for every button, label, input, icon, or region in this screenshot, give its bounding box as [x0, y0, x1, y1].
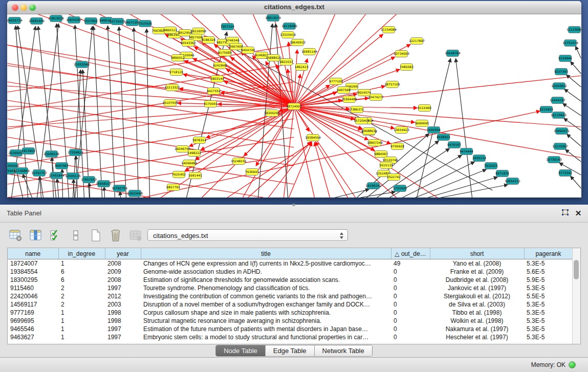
- graph-node[interactable]: 8427552: [207, 88, 221, 95]
- table-cell[interactable]: Genome-wide association studies in ADHD.: [141, 268, 391, 276]
- table-cell[interactable]: 0: [391, 284, 430, 292]
- table-cell[interactable]: 9115460: [8, 284, 58, 292]
- graph-node[interactable]: 9129946: [558, 55, 572, 62]
- graph-node[interactable]: 2718120: [169, 69, 183, 76]
- table-cell[interactable]: Tourette syndrome. Phenomenology and cla…: [141, 284, 391, 292]
- graph-node[interactable]: 12505135: [65, 173, 81, 180]
- graph-node[interactable]: 15751074: [562, 40, 578, 47]
- column-header-short[interactable]: short: [430, 249, 524, 259]
- graph-node[interactable]: 12342757: [31, 170, 47, 177]
- table-cell[interactable]: 1998: [105, 317, 141, 325]
- graph-node[interactable]: 18724007: [286, 103, 302, 110]
- graph-node[interactable]: 13654923: [394, 127, 409, 134]
- graph-node[interactable]: 7625402: [172, 171, 186, 178]
- graph-node[interactable]: 5878314: [192, 137, 206, 144]
- column-header-out_de[interactable]: △ out_de…: [391, 249, 430, 259]
- table-cell[interactable]: 1: [58, 309, 105, 317]
- graph-node[interactable]: 18640910: [290, 39, 306, 46]
- graph-node[interactable]: 7636641: [245, 169, 259, 176]
- graph-node[interactable]: 11451944: [49, 172, 64, 179]
- table-cell[interactable]: Investigating the contribution of common…: [141, 292, 391, 300]
- table-panel-header[interactable]: Table Panel ✕: [0, 205, 588, 223]
- table-cell[interactable]: 5.3E-5: [524, 325, 573, 333]
- table-row[interactable]: 1830029562008Estimation of significance …: [8, 276, 573, 284]
- graph-node[interactable]: 12093822: [551, 83, 567, 90]
- table-cell[interactable]: Stergiakouli et al. (2012): [430, 292, 524, 300]
- table-cell[interactable]: 5.3E-5: [524, 317, 573, 325]
- graph-node[interactable]: 9699695: [415, 120, 429, 127]
- table-cell[interactable]: 5.3E-5: [524, 300, 573, 309]
- table-cell[interactable]: 22420046: [8, 292, 58, 300]
- graph-node[interactable]: 16958107: [96, 181, 112, 187]
- table-cell[interactable]: Hescheler et al. (1997): [430, 333, 524, 341]
- scrollbar-thumb[interactable]: [574, 260, 579, 279]
- table-cell[interactable]: 0: [391, 300, 430, 309]
- table-cell[interactable]: 9463627: [8, 333, 58, 341]
- table-cell[interactable]: Corpus callosum shape and size in male p…: [141, 309, 391, 317]
- table-cell[interactable]: Jankovic et al. (1997): [430, 284, 524, 292]
- table-cell[interactable]: 9465546: [8, 325, 58, 333]
- table-cell[interactable]: Wolkin et al. (1998): [430, 317, 524, 325]
- graph-node[interactable]: 17957253: [81, 177, 97, 183]
- table-cell[interactable]: 14569117: [8, 300, 58, 309]
- table-row[interactable]: 1938455462009Genome-wide association stu…: [8, 268, 573, 276]
- graph-node[interactable]: 21053346: [74, 61, 90, 68]
- graph-node[interactable]: 6773342: [558, 170, 572, 177]
- table-cell[interactable]: Estimation of significance thresholds fo…: [141, 276, 391, 284]
- graph-node[interactable]: 20364486: [341, 96, 357, 103]
- graph-node[interactable]: 15720407: [354, 118, 369, 124]
- table-cell[interactable]: 2003: [105, 300, 141, 309]
- select-rows-button[interactable]: [48, 228, 63, 243]
- graph-node[interactable]: 8215953: [539, 106, 553, 113]
- graph-node[interactable]: 7485083: [400, 64, 413, 71]
- graph-node[interactable]: 2803144: [210, 76, 224, 82]
- table-cell[interactable]: 9699695: [8, 317, 58, 325]
- graph-node[interactable]: 16782759: [112, 185, 127, 192]
- graph-node[interactable]: 11154084: [381, 27, 397, 33]
- graph-node[interactable]: 1862615: [295, 64, 309, 71]
- column-header-in_degree[interactable]: in_degree: [58, 249, 105, 259]
- graph-node[interactable]: 9175685: [218, 50, 232, 56]
- graph-node[interactable]: 16981144: [301, 49, 317, 55]
- table-cell[interactable]: Dudbridge et al. (2008): [430, 276, 524, 284]
- table-row[interactable]: 2242004622012Investigating the contribut…: [8, 292, 573, 300]
- table-cell[interactable]: 0: [391, 309, 430, 317]
- graph-node[interactable]: 21813038: [48, 15, 64, 22]
- table-cell[interactable]: 2: [58, 292, 105, 300]
- graph-node[interactable]: 3624574: [357, 90, 371, 96]
- graph-node[interactable]: 9884067: [374, 151, 388, 158]
- table-cell[interactable]: 1: [58, 333, 105, 341]
- table-cell[interactable]: 18300295: [8, 276, 58, 284]
- graph-node[interactable]: 10655287: [66, 17, 82, 24]
- graph-node[interactable]: 9890012: [171, 55, 185, 61]
- table-cell[interactable]: 1997: [105, 333, 141, 341]
- graph-node[interactable]: 8471876: [495, 170, 509, 177]
- graph-node[interactable]: 9474444: [460, 148, 473, 155]
- delete-column-button[interactable]: [108, 228, 123, 243]
- graph-node[interactable]: 9857791: [166, 184, 180, 191]
- graph-node[interactable]: 12213322: [164, 84, 180, 91]
- graph-node[interactable]: 14099489: [181, 160, 197, 167]
- graph-node[interactable]: 9756928: [390, 143, 404, 150]
- graph-node[interactable]: 2935114: [472, 155, 486, 162]
- graph-node[interactable]: 16107554: [162, 100, 178, 106]
- graph-node[interactable]: 1615132: [379, 162, 393, 169]
- graph-node[interactable]: 9860123: [163, 27, 177, 34]
- graph-node[interactable]: 12217897: [409, 38, 425, 45]
- graph-node[interactable]: 9242848: [213, 62, 227, 69]
- graph-node[interactable]: 16210643: [551, 112, 567, 119]
- column-header-year[interactable]: year: [105, 249, 141, 259]
- graph-node[interactable]: 1640954: [427, 127, 441, 134]
- graph-node[interactable]: 9097587: [55, 163, 69, 169]
- table-cell[interactable]: 0: [391, 325, 430, 333]
- graph-node[interactable]: 11123084: [567, 27, 581, 33]
- table-cell[interactable]: Structural magnetic resonance image aver…: [141, 317, 391, 325]
- column-header-pagerank[interactable]: pagerank: [524, 249, 573, 259]
- table-row[interactable]: 911546021997Tourette syndrome. Phenomeno…: [8, 284, 573, 292]
- table-cell[interactable]: 5.5E-5: [524, 292, 573, 300]
- graph-node[interactable]: 12444197: [550, 97, 565, 104]
- show-column-button[interactable]: [28, 228, 43, 243]
- table-cell[interactable]: 5.3E-5: [524, 284, 573, 292]
- graph-node[interactable]: 7957224: [221, 24, 234, 30]
- table-cell[interactable]: 0: [391, 317, 430, 325]
